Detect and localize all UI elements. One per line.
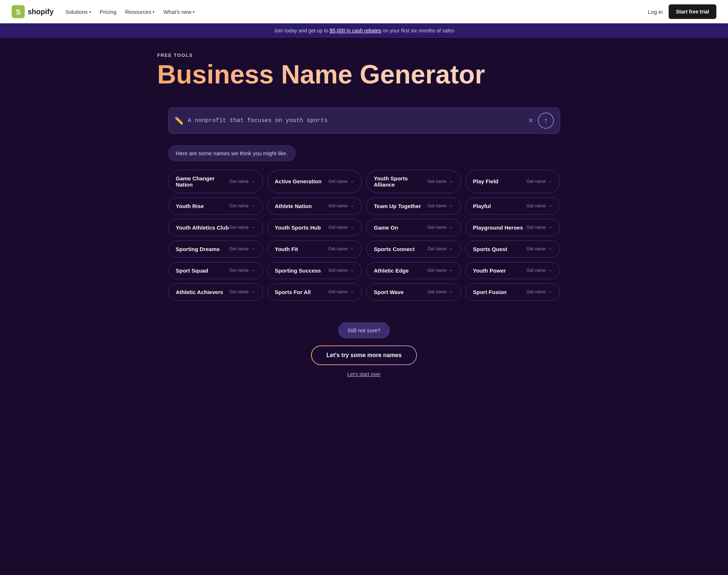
chevron-down-icon: ▾ — [89, 10, 91, 14]
name-card-action: Get name → — [428, 267, 453, 273]
free-tools-label: FREE TOOLS — [157, 52, 571, 58]
name-card[interactable]: Active Generation Get name → — [267, 170, 362, 193]
name-card-title: Youth Fit — [275, 246, 298, 252]
name-card[interactable]: Youth Fit Get name → — [267, 240, 362, 258]
name-card-action: Get name → — [527, 224, 552, 230]
name-card-action: Get name → — [328, 246, 354, 252]
name-card[interactable]: Game Changer Nation Get name → — [168, 170, 263, 193]
name-card[interactable]: Youth Sports Alliance Get name → — [366, 170, 461, 193]
name-card[interactable]: Athletic Achievers Get name → — [168, 283, 263, 301]
name-card[interactable]: Playful Get name → — [465, 197, 560, 215]
name-card[interactable]: Team Up Together Get name → — [366, 197, 461, 215]
promo-banner: Join today and get up to $5,000 in cash … — [0, 23, 728, 38]
name-card[interactable]: Game On Get name → — [366, 219, 461, 236]
name-card-title: Youth Sports Hub — [275, 224, 321, 231]
nav-item-pricing[interactable]: Pricing — [100, 9, 117, 15]
name-card-action: Get name → — [328, 267, 354, 273]
name-card[interactable]: Playground Heroes Get name → — [465, 219, 560, 236]
name-card-title: Sporting Dreams — [176, 246, 220, 252]
name-card-title: Sporting Success — [275, 267, 321, 274]
name-card-action: Get name → — [328, 289, 354, 295]
name-card[interactable]: Sporting Dreams Get name → — [168, 240, 263, 258]
login-link[interactable]: Log in — [648, 9, 663, 15]
shopify-logo[interactable]: S shopify — [12, 5, 54, 18]
promo-link[interactable]: $5,000 in cash rebates — [330, 28, 381, 34]
name-card[interactable]: Sporting Success Get name → — [267, 262, 362, 279]
try-more-button[interactable]: Let's try some more names — [311, 345, 417, 365]
name-card[interactable]: Athletic Edge Get name → — [366, 262, 461, 279]
nav-links: Solutions ▾ Pricing Resources ▾ What's n… — [65, 9, 194, 15]
chevron-down-icon: ▾ — [193, 10, 194, 14]
name-card[interactable]: Youth Rise Get name → — [168, 197, 263, 215]
suggestion-bubble: Here are some names we think you might l… — [168, 145, 296, 161]
name-card-action: Get name → — [527, 289, 552, 295]
name-card-action: Get name → — [527, 267, 552, 273]
name-card-action: Get name → — [229, 203, 255, 209]
start-over-link[interactable]: Let's start over — [347, 371, 381, 377]
name-card-action: Get name → — [428, 179, 453, 184]
search-submit-button[interactable]: ↑ — [538, 113, 554, 129]
name-card-title: Youth Athletics Club — [176, 224, 229, 231]
name-card-title: Sport Fusion — [473, 289, 507, 295]
name-card-action: Get name → — [527, 179, 552, 184]
name-card-title: Youth Sports Alliance — [374, 175, 428, 188]
name-card-title: Team Up Together — [374, 203, 421, 209]
name-card-action: Get name → — [328, 203, 354, 209]
bottom-section: Still not sure? Let's try some more name… — [0, 315, 728, 399]
name-card-action: Get name → — [428, 289, 453, 295]
name-card[interactable]: Sports Quest Get name → — [465, 240, 560, 258]
chevron-down-icon: ▾ — [153, 10, 154, 14]
name-card-title: Athlete Nation — [275, 203, 312, 209]
name-card-action: Get name → — [428, 224, 453, 230]
clear-icon[interactable]: ✕ — [528, 117, 534, 125]
name-card-title: Sport Wave — [374, 289, 404, 295]
name-card-action: Get name → — [229, 224, 255, 230]
name-card-title: Game On — [374, 224, 398, 231]
name-card-title: Youth Rise — [176, 203, 204, 209]
search-bar: ✏️ ✕ ↑ — [168, 107, 560, 134]
nav-item-resources[interactable]: Resources ▾ — [125, 9, 155, 15]
name-card-title: Sports Connect — [374, 246, 415, 252]
name-card-title: Playful — [473, 203, 491, 209]
name-card-title: Playground Heroes — [473, 224, 523, 231]
name-card-title: Play Field — [473, 178, 499, 184]
name-card[interactable]: Sport Fusion Get name → — [465, 283, 560, 301]
name-card-title: Sports Quest — [473, 246, 507, 252]
logo-text: shopify — [28, 8, 54, 16]
name-card-title: Youth Power — [473, 267, 506, 274]
name-card[interactable]: Sports For All Get name → — [267, 283, 362, 301]
nav-item-whats-new[interactable]: What's new ▾ — [163, 9, 194, 15]
name-card[interactable]: Sport Wave Get name → — [366, 283, 461, 301]
name-card[interactable]: Sports Connect Get name → — [366, 240, 461, 258]
nav-item-solutions[interactable]: Solutions ▾ — [65, 9, 91, 15]
name-card-action: Get name → — [527, 246, 552, 252]
name-card-title: Sports For All — [275, 289, 311, 295]
name-card[interactable]: Youth Sports Hub Get name → — [267, 219, 362, 236]
name-card-action: Get name → — [428, 246, 453, 252]
svg-text:S: S — [16, 8, 20, 16]
still-not-sure-bubble: Still not sure? — [338, 322, 390, 338]
hero-section: FREE TOOLS Business Name Generator — [146, 38, 583, 107]
name-card[interactable]: Sport Squad Get name → — [168, 262, 263, 279]
search-input[interactable] — [188, 117, 528, 124]
name-card-action: Get name → — [229, 267, 255, 273]
name-card[interactable]: Youth Athletics Club Get name → — [168, 219, 263, 236]
names-grid: Game Changer Nation Get name → Active Ge… — [168, 170, 560, 301]
name-card[interactable]: Youth Power Get name → — [465, 262, 560, 279]
name-card-action: Get name → — [229, 246, 255, 252]
name-card-action: Get name → — [527, 203, 552, 209]
name-card-action: Get name → — [328, 179, 354, 184]
nav-right: Log in Start free trial — [648, 4, 716, 19]
name-card-title: Game Changer Nation — [176, 175, 229, 188]
name-card-action: Get name → — [229, 179, 255, 184]
name-card-action: Get name → — [328, 224, 354, 230]
name-card[interactable]: Play Field Get name → — [465, 170, 560, 193]
name-card-title: Sport Squad — [176, 267, 208, 274]
start-trial-button[interactable]: Start free trial — [669, 4, 716, 19]
name-card-action: Get name → — [428, 203, 453, 209]
page-title: Business Name Generator — [157, 61, 571, 89]
name-card-title: Athletic Edge — [374, 267, 409, 274]
name-card[interactable]: Athlete Nation Get name → — [267, 197, 362, 215]
name-card-action: Get name → — [229, 289, 255, 295]
name-card-title: Athletic Achievers — [176, 289, 223, 295]
